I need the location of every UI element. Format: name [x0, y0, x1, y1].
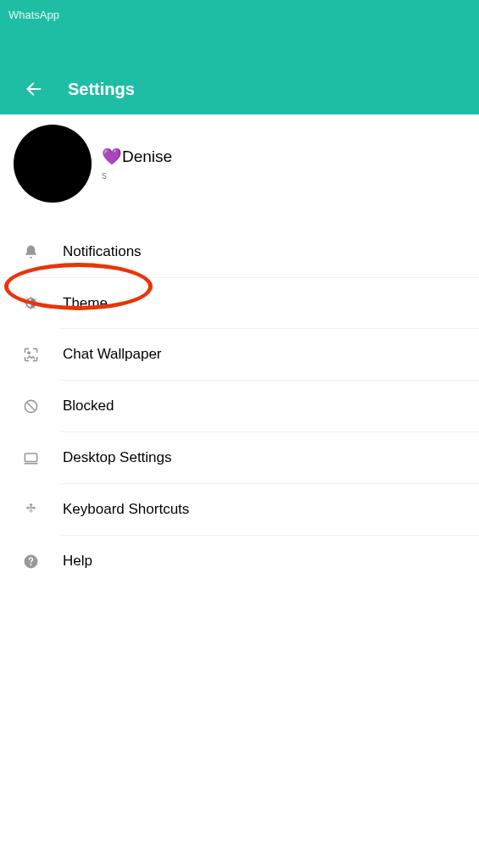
header-bar: WhatsApp Settings: [0, 0, 479, 114]
bell-icon: [22, 243, 39, 260]
menu-item-help[interactable]: Help: [0, 536, 479, 587]
desktop-icon: [22, 449, 39, 466]
page-title: Settings: [68, 80, 135, 99]
svg-text:A: A: [29, 507, 32, 512]
menu-item-chat-wallpaper[interactable]: Chat Wallpaper: [0, 329, 479, 380]
settings-menu: Notifications Theme Chat Wallpaper: [0, 226, 479, 587]
menu-label: Help: [63, 553, 92, 570]
menu-item-keyboard-shortcuts[interactable]: A Keyboard Shortcuts: [0, 484, 479, 535]
profile-section[interactable]: 💜Denise s: [0, 114, 479, 226]
menu-label: Chat Wallpaper: [63, 346, 162, 363]
profile-name: 💜Denise: [102, 147, 172, 166]
arrow-left-icon: [25, 80, 43, 98]
help-icon: [22, 553, 39, 570]
menu-item-blocked[interactable]: Blocked: [0, 381, 479, 431]
avatar[interactable]: [14, 125, 92, 203]
profile-text: 💜Denise s: [102, 147, 172, 181]
blocked-icon: [22, 398, 39, 415]
menu-label: Notifications: [63, 243, 142, 260]
back-button[interactable]: [24, 79, 44, 99]
menu-item-theme[interactable]: Theme: [0, 277, 479, 328]
menu-label: Blocked: [63, 398, 114, 415]
menu-item-notifications[interactable]: Notifications: [0, 226, 479, 277]
svg-point-10: [30, 564, 31, 565]
keyboard-shortcut-icon: A: [22, 501, 39, 518]
brightness-icon: [22, 295, 39, 312]
app-name: WhatsApp: [0, 0, 479, 21]
header-row: Settings: [0, 79, 135, 99]
menu-item-desktop-settings[interactable]: Desktop Settings: [0, 432, 479, 483]
menu-label: Desktop Settings: [63, 449, 172, 466]
wallpaper-icon: [22, 346, 39, 363]
menu-label: Theme: [63, 295, 108, 312]
menu-label: Keyboard Shortcuts: [63, 501, 189, 518]
svg-rect-5: [25, 453, 36, 461]
profile-sub: s: [102, 170, 172, 181]
svg-point-2: [27, 351, 29, 353]
svg-line-4: [26, 402, 35, 410]
